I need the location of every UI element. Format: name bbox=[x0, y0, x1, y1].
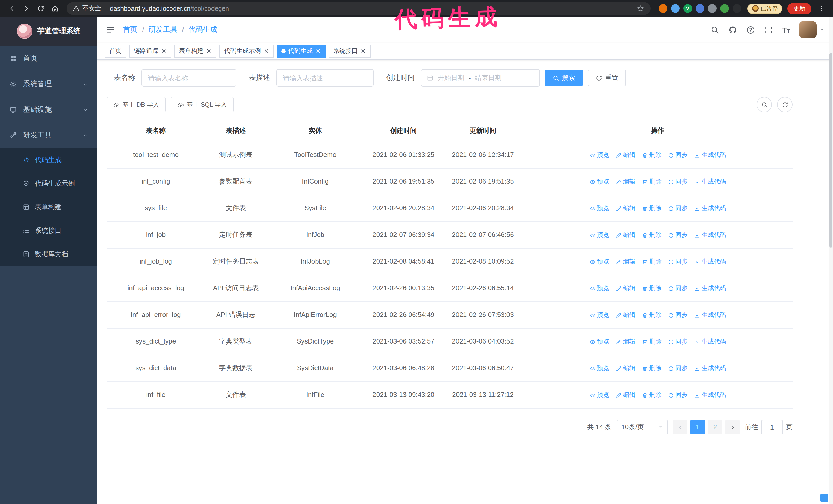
home-button[interactable] bbox=[48, 2, 62, 15]
op-generate-code[interactable]: 生成代码 bbox=[694, 390, 726, 400]
scrollbar-thumb[interactable] bbox=[829, 53, 832, 248]
toggle-search-button[interactable] bbox=[757, 97, 772, 112]
github-icon[interactable] bbox=[728, 25, 737, 34]
extension-people-icon[interactable] bbox=[696, 4, 704, 13]
font-size-icon[interactable]: TT bbox=[782, 25, 790, 34]
browser-menu-icon[interactable] bbox=[814, 2, 828, 15]
page-size-select[interactable]: 10条/页 bbox=[617, 420, 668, 434]
sidebar-subitem-db-doc[interactable]: 数据库文档 bbox=[0, 242, 97, 266]
op-delete[interactable]: 删除 bbox=[642, 150, 662, 160]
op-delete[interactable]: 删除 bbox=[642, 390, 662, 400]
sidebar-subitem-codegen[interactable]: 代码生成 bbox=[0, 148, 97, 172]
op-sync[interactable]: 同步 bbox=[668, 337, 688, 346]
op-sync[interactable]: 同步 bbox=[668, 230, 688, 240]
table-name-input[interactable] bbox=[142, 69, 236, 87]
close-icon[interactable] bbox=[315, 48, 321, 54]
op-edit[interactable]: 编辑 bbox=[615, 150, 635, 160]
bookmark-star-icon[interactable] bbox=[637, 5, 644, 12]
not-secure-indicator[interactable]: 不安全 bbox=[73, 4, 101, 13]
search-icon[interactable] bbox=[710, 25, 719, 34]
op-delete[interactable]: 删除 bbox=[642, 203, 662, 213]
back-button[interactable] bbox=[5, 2, 19, 15]
next-page-button[interactable] bbox=[725, 420, 740, 434]
op-generate-code[interactable]: 生成代码 bbox=[694, 284, 726, 293]
op-sync[interactable]: 同步 bbox=[668, 310, 688, 320]
view-tag[interactable]: 表单构建 bbox=[174, 44, 216, 58]
op-sync[interactable]: 同步 bbox=[668, 257, 688, 266]
op-sync[interactable]: 同步 bbox=[668, 203, 688, 213]
app-logo[interactable]: 芋道管理系统 bbox=[0, 17, 97, 46]
op-generate-code[interactable]: 生成代码 bbox=[694, 363, 726, 373]
op-delete[interactable]: 删除 bbox=[642, 177, 662, 186]
op-preview[interactable]: 预览 bbox=[589, 363, 609, 373]
help-icon[interactable] bbox=[746, 25, 755, 34]
op-generate-code[interactable]: 生成代码 bbox=[694, 310, 726, 320]
sidebar-item-devtools[interactable]: 研发工具 bbox=[0, 123, 97, 148]
op-delete[interactable]: 删除 bbox=[642, 230, 662, 240]
op-preview[interactable]: 预览 bbox=[589, 390, 609, 400]
prev-page-button[interactable] bbox=[673, 420, 687, 434]
scrollbar[interactable] bbox=[829, 17, 833, 504]
op-sync[interactable]: 同步 bbox=[668, 177, 688, 186]
reload-button[interactable] bbox=[34, 2, 47, 15]
close-icon[interactable] bbox=[161, 48, 167, 54]
extension-v-icon[interactable]: V bbox=[683, 4, 692, 13]
op-edit[interactable]: 编辑 bbox=[615, 284, 635, 293]
op-delete[interactable]: 删除 bbox=[642, 310, 662, 320]
op-generate-code[interactable]: 生成代码 bbox=[694, 177, 726, 186]
close-icon[interactable] bbox=[206, 48, 212, 54]
op-edit[interactable]: 编辑 bbox=[615, 177, 635, 186]
sidebar-subitem-form-builder[interactable]: 表单构建 bbox=[0, 195, 97, 219]
op-delete[interactable]: 删除 bbox=[642, 257, 662, 266]
import-db-button[interactable]: 基于 DB 导入 bbox=[106, 97, 166, 112]
fullscreen-icon[interactable] bbox=[764, 25, 773, 34]
op-delete[interactable]: 删除 bbox=[642, 284, 662, 293]
extension-paw-icon[interactable] bbox=[733, 4, 741, 13]
op-delete[interactable]: 删除 bbox=[642, 337, 662, 346]
op-preview[interactable]: 预览 bbox=[589, 310, 609, 320]
forward-button[interactable] bbox=[20, 2, 33, 15]
tampermonkey-paused-badge[interactable]: 已暂停 bbox=[747, 3, 782, 14]
op-preview[interactable]: 预览 bbox=[589, 337, 609, 346]
view-tag[interactable]: 系统接口 bbox=[329, 44, 371, 58]
view-tag[interactable]: 链路追踪 bbox=[129, 44, 171, 58]
op-generate-code[interactable]: 生成代码 bbox=[694, 337, 726, 346]
page-button[interactable]: 1 bbox=[690, 420, 705, 434]
table-desc-input[interactable] bbox=[276, 69, 374, 87]
address-bar[interactable]: 不安全 dashboard.yudao.iocoder.cn/tool/code… bbox=[67, 2, 650, 15]
corner-widget[interactable] bbox=[820, 494, 828, 502]
op-edit[interactable]: 编辑 bbox=[615, 337, 635, 346]
op-preview[interactable]: 预览 bbox=[589, 284, 609, 293]
extension-drop-icon[interactable] bbox=[671, 4, 680, 13]
op-generate-code[interactable]: 生成代码 bbox=[694, 257, 726, 266]
op-edit[interactable]: 编辑 bbox=[615, 390, 635, 400]
close-icon[interactable] bbox=[263, 48, 269, 54]
op-edit[interactable]: 编辑 bbox=[615, 363, 635, 373]
op-generate-code[interactable]: 生成代码 bbox=[694, 150, 726, 160]
hamburger-icon[interactable] bbox=[105, 25, 115, 34]
extension-gray-icon[interactable] bbox=[708, 4, 717, 13]
extension-orange-icon[interactable] bbox=[659, 4, 667, 13]
op-delete[interactable]: 删除 bbox=[642, 363, 662, 373]
view-tag[interactable]: 代码生成 bbox=[277, 44, 326, 58]
refresh-table-button[interactable] bbox=[777, 97, 792, 112]
sidebar-item-home[interactable]: 首页 bbox=[0, 46, 97, 71]
sidebar-subitem-system-api[interactable]: 系统接口 bbox=[0, 219, 97, 242]
op-sync[interactable]: 同步 bbox=[668, 390, 688, 400]
op-sync[interactable]: 同步 bbox=[668, 363, 688, 373]
op-sync[interactable]: 同步 bbox=[668, 150, 688, 160]
op-sync[interactable]: 同步 bbox=[668, 284, 688, 293]
breadcrumb-item[interactable]: 代码生成 bbox=[189, 25, 217, 34]
op-generate-code[interactable]: 生成代码 bbox=[694, 230, 726, 240]
reset-button[interactable]: 重置 bbox=[588, 70, 626, 86]
browser-update-button[interactable]: 更新 bbox=[787, 3, 811, 14]
op-edit[interactable]: 编辑 bbox=[615, 230, 635, 240]
view-tag[interactable]: 代码生成示例 bbox=[219, 44, 274, 58]
op-preview[interactable]: 预览 bbox=[589, 230, 609, 240]
date-range-picker[interactable]: 开始日期 - 结束日期 bbox=[421, 69, 540, 87]
search-button[interactable]: 搜索 bbox=[545, 70, 583, 86]
op-preview[interactable]: 预览 bbox=[589, 150, 609, 160]
goto-page-input[interactable] bbox=[761, 420, 783, 434]
page-button[interactable]: 2 bbox=[708, 420, 722, 434]
extension-leaf-icon[interactable] bbox=[720, 4, 729, 13]
